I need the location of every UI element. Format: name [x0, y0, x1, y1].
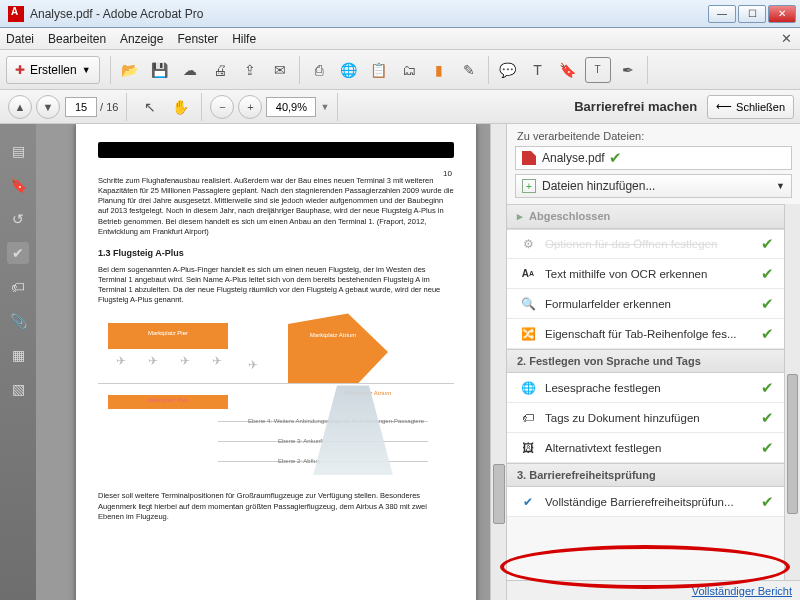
body-text: Bei dem sogenannten A-Plus-Finger handel…: [98, 265, 454, 306]
thumbnail-panel-icon[interactable]: ▤: [7, 140, 29, 162]
bookmark-panel-icon[interactable]: 🔖: [7, 174, 29, 196]
panel-scrollbar[interactable]: [784, 204, 800, 580]
attachments-panel-icon[interactable]: 📎: [7, 310, 29, 332]
file-row[interactable]: Analyse.pdf ✔: [515, 146, 792, 170]
comment-icon[interactable]: 💬: [495, 57, 521, 83]
task-list-1: AA Text mithilfe von OCR erkennen ✔ 🔍 Fo…: [507, 259, 784, 349]
main-toolbar: ✚ Erstellen ▼ 📂 💾 ☁ 🖨 ⇪ ✉ ⎙ 🌐 📋 🗂 ▮ ✎ 💬 …: [0, 50, 800, 90]
figure: Marktplatz Pier Marktplatz Atrium Marktp…: [98, 313, 454, 483]
chevron-down-icon: ▼: [82, 65, 91, 75]
task-full-check[interactable]: ✔ Vollständige Barrierefreiheitsprüfun..…: [507, 487, 784, 517]
heading: 1.3 Flugsteig A-Plus: [98, 247, 454, 259]
zoom-out-button[interactable]: −: [210, 95, 234, 119]
task-tab-order[interactable]: 🔀 Eigenschaft für Tab-Reihenfolge fes...…: [507, 319, 784, 349]
add-files-label: Dateien hinzufügen...: [542, 179, 655, 193]
zoom-in-button[interactable]: +: [238, 95, 262, 119]
section-2[interactable]: 2. Festlegen von Sprache und Tags: [507, 349, 784, 373]
section-completed[interactable]: ▸Abgeschlossen: [507, 204, 784, 229]
pdf-page: 10 Schritte zum Flughafenausbau realisie…: [76, 124, 476, 600]
hand-tool-icon[interactable]: ✋: [167, 94, 193, 120]
accessibility-check-icon[interactable]: ✔: [7, 242, 29, 264]
task-alt-text[interactable]: 🖼 Alternativtext festlegen ✔: [507, 433, 784, 463]
checkmark-icon: ✔: [761, 409, 774, 427]
checkmark-icon: ✔: [761, 265, 774, 283]
add-files-button[interactable]: + Dateien hinzufügen... ▼: [515, 174, 792, 198]
page-number-label: 10: [443, 169, 452, 180]
globe-icon: 🌐: [519, 379, 537, 397]
body-text: Schritte zum Flughafenausbau realisiert.…: [98, 176, 454, 237]
content-panel-icon[interactable]: ▧: [7, 378, 29, 400]
task-item-cutoff[interactable]: ⚙ Optionen für das Öffnen festlegen ✔: [507, 229, 784, 259]
prev-page-button[interactable]: ▲: [8, 95, 32, 119]
share-icon[interactable]: ⇪: [237, 57, 263, 83]
minimize-button[interactable]: —: [708, 5, 736, 23]
loop-icon[interactable]: ↺: [7, 208, 29, 230]
menu-window[interactable]: Fenster: [177, 32, 218, 46]
sign-icon[interactable]: ✒: [615, 57, 641, 83]
tags-panel-icon[interactable]: 🏷: [7, 276, 29, 298]
menu-file[interactable]: Datei: [6, 32, 34, 46]
image-icon: 🖼: [519, 439, 537, 457]
mail-icon[interactable]: ✉: [267, 57, 293, 83]
task-language[interactable]: 🌐 Lesesprache festlegen ✔: [507, 373, 784, 403]
print-icon[interactable]: 🖨: [207, 57, 233, 83]
edit-icon[interactable]: ✎: [456, 57, 482, 83]
stamp-icon[interactable]: 🔖: [555, 57, 581, 83]
file-name: Analyse.pdf: [542, 151, 605, 165]
menubar: Datei Bearbeiten Anzeige Fenster Hilfe ✕: [0, 28, 800, 50]
combine-icon[interactable]: 🗂: [396, 57, 422, 83]
pdf-icon: [522, 151, 536, 165]
scrollbar-thumb[interactable]: [787, 374, 798, 514]
checkmark-icon: ✔: [761, 325, 774, 343]
text-box-icon[interactable]: T: [585, 57, 611, 83]
search-form-icon: 🔍: [519, 295, 537, 313]
close-window-button[interactable]: ✕: [768, 5, 796, 23]
task-ocr[interactable]: AA Text mithilfe von OCR erkennen ✔: [507, 259, 784, 289]
document-area[interactable]: 10 Schritte zum Flughafenausbau realisie…: [36, 124, 506, 600]
check-badge-icon: ✔: [519, 493, 537, 511]
text-icon[interactable]: T: [525, 57, 551, 83]
checkmark-icon: ✔: [761, 439, 774, 457]
save-icon[interactable]: 💾: [147, 57, 173, 83]
zoom-input[interactable]: [266, 97, 316, 117]
web-icon[interactable]: 🌐: [336, 57, 362, 83]
maximize-button[interactable]: ☐: [738, 5, 766, 23]
task-list-2: 🌐 Lesesprache festlegen ✔ 🏷 Tags zu Doku…: [507, 373, 784, 463]
task-tags[interactable]: 🏷 Tags zu Dokument hinzufügen ✔: [507, 403, 784, 433]
create-button[interactable]: ✚ Erstellen ▼: [6, 56, 100, 84]
task-form-fields[interactable]: 🔍 Formularfelder erkennen ✔: [507, 289, 784, 319]
order-panel-icon[interactable]: ▦: [7, 344, 29, 366]
scan-icon[interactable]: ⎙: [306, 57, 332, 83]
checkmark-icon: ✔: [609, 149, 622, 167]
select-tool-icon[interactable]: ↖: [137, 94, 163, 120]
tag-icon: 🏷: [519, 409, 537, 427]
action-panel-title: Barrierefrei machen: [574, 99, 697, 114]
menu-help[interactable]: Hilfe: [232, 32, 256, 46]
app-icon: [8, 6, 24, 22]
close-panel-button[interactable]: ⟵Schließen: [707, 95, 794, 119]
checkmark-icon: ✔: [761, 295, 774, 313]
section-3[interactable]: 3. Barrierefreiheitsprüfung: [507, 463, 784, 487]
close-doc-icon[interactable]: ✕: [781, 31, 792, 46]
vertical-scrollbar[interactable]: [490, 124, 506, 600]
checkmark-icon: ✔: [761, 379, 774, 397]
menu-view[interactable]: Anzeige: [120, 32, 163, 46]
window-title: Analyse.pdf - Adobe Acrobat Pro: [30, 7, 708, 21]
page-number-input[interactable]: [65, 97, 97, 117]
gear-icon: ⚙: [519, 235, 537, 253]
add-icon: +: [522, 179, 536, 193]
scrollbar-thumb[interactable]: [493, 464, 505, 524]
checkmark-icon: ✔: [761, 235, 774, 253]
left-nav-strip: ▤ 🔖 ↺ ✔ 🏷 📎 ▦ ▧: [0, 124, 36, 600]
next-page-button[interactable]: ▼: [36, 95, 60, 119]
chevron-down-icon[interactable]: ▼: [320, 102, 329, 112]
clipboard-icon[interactable]: 📋: [366, 57, 392, 83]
tab-order-icon: 🔀: [519, 325, 537, 343]
open-icon[interactable]: 📂: [117, 57, 143, 83]
navigation-toolbar: ▲ ▼ / 16 ↖ ✋ − + ▼ Barrierefrei machen ⟵…: [0, 90, 800, 124]
action-wizard-panel: Zu verarbeitende Dateien: Analyse.pdf ✔ …: [506, 124, 800, 600]
menu-edit[interactable]: Bearbeiten: [48, 32, 106, 46]
full-report-link[interactable]: Vollständiger Bericht: [507, 580, 800, 600]
color-icon[interactable]: ▮: [426, 57, 452, 83]
cloud-icon[interactable]: ☁: [177, 57, 203, 83]
